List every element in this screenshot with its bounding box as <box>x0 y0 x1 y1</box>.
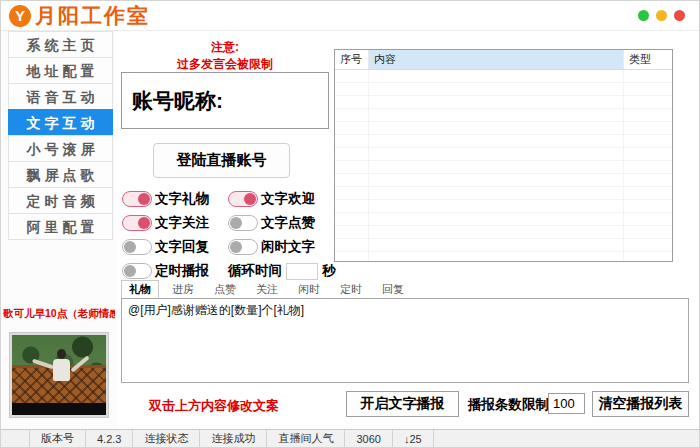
table-cell <box>369 83 624 95</box>
video-preview <box>9 332 109 418</box>
person-graphic <box>57 349 66 359</box>
table-cell <box>624 239 672 251</box>
loop-seconds-input[interactable] <box>286 263 318 280</box>
tab-4[interactable]: 关注 <box>249 281 285 298</box>
person-graphic <box>53 359 70 381</box>
clear-broadcast-list-button[interactable]: 清空播报列表 <box>592 391 689 417</box>
sidebar-item-8[interactable]: 阿里配置 <box>8 213 113 240</box>
toggle-knob <box>124 241 136 253</box>
toggle-switch-3[interactable] <box>122 215 152 231</box>
table-row <box>335 252 672 261</box>
table-cell <box>624 200 672 212</box>
template-editor[interactable]: @[用户]感谢赠送的[数量]个[礼物] <box>121 298 689 383</box>
table-row <box>335 109 672 122</box>
window-title: 月阳工作室 <box>35 2 150 30</box>
table-cell <box>624 122 672 134</box>
connection-status-label: 连接状态 <box>132 430 199 447</box>
loop-time-setting: 循环时间秒 <box>228 259 334 283</box>
minimize-button[interactable] <box>638 10 649 21</box>
titlebar: Y 月阳工作室 <box>1 1 699 31</box>
restore-button[interactable] <box>656 10 667 21</box>
tab-5[interactable]: 闲时 <box>291 281 327 298</box>
broadcast-table: 序号内容类型 <box>334 49 673 262</box>
sidebar-item-1[interactable]: 系统主页 <box>8 31 113 58</box>
toggle-switch-6[interactable] <box>228 239 258 255</box>
broadcast-limit-input[interactable] <box>548 393 585 414</box>
sidebar-item-4[interactable]: 文字互动 <box>8 109 113 136</box>
table-header-3: 类型 <box>624 50 672 69</box>
text-toggle-group: 文字礼物文字欢迎文字关注文字点赞文字回复闲时文字定时播报循环时间秒 <box>122 187 334 283</box>
toggle-label: 文字回复 <box>155 238 209 256</box>
sidebar-item-3[interactable]: 语音互动 <box>8 83 113 110</box>
table-cell <box>369 96 624 108</box>
table-cell <box>369 148 624 160</box>
table-row <box>335 148 672 161</box>
toggle-switch-7[interactable] <box>122 263 152 279</box>
table-cell <box>335 70 369 82</box>
edit-hint-text: 双击上方内容修改文案 <box>149 397 279 415</box>
toggle-row-6: 闲时文字 <box>228 235 334 259</box>
tab-7[interactable]: 回复 <box>375 281 411 298</box>
table-cell <box>624 226 672 238</box>
toggle-label: 文字礼物 <box>155 190 209 208</box>
table-row <box>335 187 672 200</box>
sidebar-item-5[interactable]: 小号滚屏 <box>8 135 113 162</box>
toggle-label: 文字点赞 <box>261 214 315 232</box>
table-header-row: 序号内容类型 <box>335 50 672 70</box>
table-cell <box>624 83 672 95</box>
table-header-2: 内容 <box>369 50 624 69</box>
table-cell <box>335 187 369 199</box>
toggle-switch-1[interactable] <box>122 191 152 207</box>
table-cell <box>369 122 624 134</box>
table-cell <box>335 96 369 108</box>
table-cell <box>624 70 672 82</box>
video-frame-image <box>12 335 106 415</box>
toggle-label: 定时播报 <box>155 262 209 280</box>
table-cell <box>335 109 369 121</box>
table-row <box>335 70 672 83</box>
table-row <box>335 161 672 174</box>
login-live-account-button[interactable]: 登陆直播账号 <box>153 143 290 178</box>
tab-2[interactable]: 进房 <box>165 281 201 298</box>
table-cell <box>624 96 672 108</box>
tab-1[interactable]: 礼物 <box>121 280 159 299</box>
table-row <box>335 226 672 239</box>
sidebar-item-7[interactable]: 定时音频 <box>8 187 113 214</box>
table-cell <box>624 174 672 186</box>
network-speed-indicator: ↓25 <box>392 430 434 447</box>
table-cell <box>624 213 672 225</box>
tab-6[interactable]: 定时 <box>333 281 369 298</box>
table-cell <box>335 83 369 95</box>
table-cell <box>624 161 672 173</box>
sidebar: 系统主页地址配置语音互动文字互动小号滚屏飘屏点歌定时音频阿里配置 歌可儿早10点… <box>1 31 117 431</box>
warning-title: 注意: <box>119 39 331 56</box>
toggle-switch-5[interactable] <box>122 239 152 255</box>
template-tab-strip: 礼物进房点赞关注闲时定时回复 <box>121 282 417 298</box>
start-broadcast-button[interactable]: 开启文字播报 <box>346 391 459 417</box>
version-label: 版本号 <box>29 430 85 447</box>
toggle-knob <box>244 193 256 205</box>
sidebar-item-6[interactable]: 飘屏点歌 <box>8 161 113 188</box>
table-row <box>335 135 672 148</box>
table-body <box>335 70 672 261</box>
close-button[interactable] <box>674 10 685 21</box>
toggle-label: 闲时文字 <box>261 238 315 256</box>
table-row <box>335 213 672 226</box>
toggle-switch-2[interactable] <box>228 191 258 207</box>
toggle-knob <box>124 265 136 277</box>
toggle-knob <box>230 217 242 229</box>
table-cell <box>335 135 369 147</box>
toggle-label: 文字关注 <box>155 214 209 232</box>
table-cell <box>335 148 369 160</box>
video-letterbox <box>12 403 106 415</box>
table-row <box>335 174 672 187</box>
sidebar-item-2[interactable]: 地址配置 <box>8 57 113 84</box>
statusbar: 版本号 4.2.3 连接状态 连接成功 直播间人气 3060 ↓25 <box>1 429 699 447</box>
toggle-knob <box>138 217 150 229</box>
tab-3[interactable]: 点赞 <box>207 281 243 298</box>
table-cell <box>335 200 369 212</box>
account-nickname-label: 账号昵称: <box>122 73 328 115</box>
toggle-switch-4[interactable] <box>228 215 258 231</box>
table-cell <box>369 226 624 238</box>
toggle-row-5: 文字回复 <box>122 235 228 259</box>
